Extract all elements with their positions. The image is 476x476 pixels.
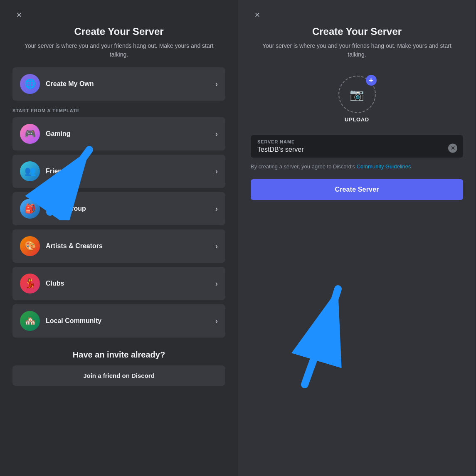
arrow-indicator-right <box>271 268 363 393</box>
right-panel-title: Create Your Server <box>251 26 463 37</box>
right-panel: × Create Your Server Your server is wher… <box>238 0 476 476</box>
left-panel: × Create Your Server Your server is wher… <box>0 0 238 476</box>
community-chevron: › <box>215 317 218 326</box>
left-panel-subtitle: Your server is where you and your friend… <box>12 42 225 59</box>
friends-label: Frien... <box>46 168 67 175</box>
template-gaming-button[interactable]: 🎮 Gaming › <box>12 117 225 150</box>
upload-area: 📷 + UPLOAD <box>251 76 463 123</box>
invite-section: Have an invite already? Join a friend on… <box>12 350 225 386</box>
left-close-button[interactable]: × <box>12 8 26 22</box>
artists-icon: 🎨 <box>20 236 40 256</box>
create-my-own-button[interactable]: 🌐 Create My Own › <box>12 67 225 101</box>
template-community-button[interactable]: 🏘️ Local Community › <box>12 304 225 338</box>
study-icon: 🎒 <box>20 199 40 219</box>
server-name-group: Server Name ✕ <box>251 135 463 158</box>
friends-icon: 👥 <box>20 161 40 181</box>
friends-chevron: › <box>215 167 218 176</box>
upload-circle-button[interactable]: 📷 + <box>338 76 376 113</box>
upload-circle-wrapper: 📷 + <box>338 76 376 113</box>
template-clubs-button[interactable]: 💃 Clubs › <box>12 267 225 300</box>
gaming-icon: 🎮 <box>20 124 40 144</box>
clubs-icon: 💃 <box>20 274 40 293</box>
clubs-label: Clubs <box>46 280 64 287</box>
join-discord-button[interactable]: Join a friend on Discord <box>12 365 225 386</box>
create-my-own-label: Create My Own <box>46 80 94 88</box>
right-close-button[interactable]: × <box>251 8 264 22</box>
community-guidelines-link[interactable]: Community Guidelines <box>357 163 411 170</box>
create-my-own-icon: 🌐 <box>20 74 40 94</box>
server-name-label: Server Name <box>257 139 456 144</box>
template-section-label: START FROM A TEMPLATE <box>12 108 225 113</box>
agreement-text: By creating a server, you agree to Disco… <box>251 163 463 171</box>
create-server-button[interactable]: Create Server <box>251 179 463 200</box>
clear-server-name-button[interactable]: ✕ <box>448 143 457 153</box>
invite-title: Have an invite already? <box>12 350 225 360</box>
community-label: Local Community <box>46 317 101 325</box>
camera-icon: 📷 <box>350 88 364 101</box>
clubs-chevron: › <box>215 279 218 288</box>
upload-plus-icon: + <box>366 75 377 86</box>
study-label: Study Group <box>46 205 86 212</box>
community-icon: 🏘️ <box>20 311 40 331</box>
template-artists-button[interactable]: 🎨 Artists & Creators › <box>12 229 225 263</box>
left-panel-title: Create Your Server <box>12 26 225 37</box>
study-chevron: › <box>215 205 218 213</box>
gaming-chevron: › <box>215 130 218 138</box>
artists-label: Artists & Creators <box>46 242 103 250</box>
upload-label: UPLOAD <box>345 116 369 123</box>
gaming-label: Gaming <box>46 130 71 138</box>
artists-chevron: › <box>215 242 218 251</box>
template-friends-button[interactable]: 👥 Frien... › <box>12 155 225 188</box>
create-my-own-chevron: › <box>215 80 218 89</box>
server-name-input[interactable] <box>257 146 456 153</box>
template-study-button[interactable]: 🎒 Study Group › <box>12 192 225 225</box>
right-panel-subtitle: Your server is where you and your friend… <box>251 42 463 59</box>
